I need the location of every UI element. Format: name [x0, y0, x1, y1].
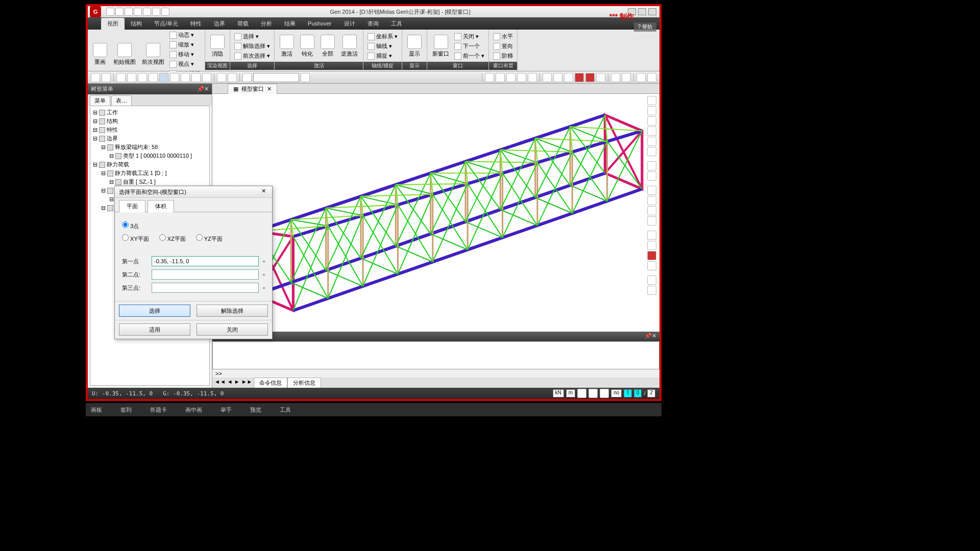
tree-node[interactable]: ⊟静力荷载工况 1 [D ; ] [92, 169, 207, 178]
dialog-title[interactable]: 选择平面和空间-(模型窗口) ✕ [115, 186, 272, 198]
ribbon-前次选择 ▾[interactable]: 前次选择 ▾ [233, 52, 271, 60]
radio-yz[interactable]: YZ平面 [196, 234, 223, 243]
tree-close-icon[interactable]: ✕ [204, 86, 209, 92]
ribbon-显示[interactable]: 显示 [405, 33, 424, 60]
select-volume-icon[interactable] [170, 73, 179, 82]
ribbon-选择 ▾[interactable]: 选择 ▾ [233, 32, 271, 41]
help-link[interactable]: ? 帮助 [634, 22, 656, 32]
tab-volume[interactable]: 体积 [148, 200, 174, 212]
tree-node[interactable]: ⊟类型 1 [ 0000110 0000110 ] [92, 152, 207, 160]
shrink-icon[interactable] [647, 231, 656, 240]
query-icon[interactable] [647, 286, 656, 295]
mdi-tab-close-icon[interactable]: ✕ [267, 86, 272, 92]
snap-mid-icon[interactable] [506, 73, 516, 82]
menu-分析[interactable]: 分析 [255, 18, 278, 30]
select-plane-icon[interactable] [159, 73, 168, 82]
tree-node[interactable]: ⊟释放梁端约束: 58 [92, 143, 207, 152]
bottom-tab-举手[interactable]: 举手 [220, 406, 232, 414]
ribbon-前一个 ▾[interactable]: 前一个 ▾ [453, 52, 485, 60]
zoom-fit-icon[interactable] [647, 96, 656, 105]
ribbon-捕捉 ▾[interactable]: 捕捉 ▾ [366, 52, 399, 60]
zoom-prev-icon[interactable] [647, 147, 656, 156]
ribbon-竖向[interactable]: 竖向 [492, 42, 514, 51]
cursor-icon[interactable] [242, 73, 252, 82]
tree-node[interactable]: ⊟特性 [92, 126, 207, 134]
ribbon-前次视图[interactable]: 前次视图 [140, 41, 166, 68]
tree-node[interactable]: ⊟自重 [ SZ,-1 ] [92, 178, 207, 186]
select-recent-icon[interactable] [228, 73, 237, 82]
ribbon-水平[interactable]: 水平 [492, 32, 514, 41]
ribbon-激活[interactable]: 激活 [278, 33, 296, 60]
zoom-window-icon[interactable] [647, 106, 656, 115]
display-opt-icon[interactable] [647, 276, 656, 285]
snap-combo[interactable]: no [611, 389, 622, 397]
tree-pin-icon[interactable]: 📌 [197, 86, 204, 92]
snap-int-icon[interactable] [528, 73, 537, 82]
ribbon-全部[interactable]: 全部 [318, 33, 337, 60]
tab-plane[interactable]: 平面 [119, 200, 145, 212]
ribbon-缩放 ▾[interactable]: 缩放 ▾ [168, 40, 202, 49]
tree-tab-表…[interactable]: 表… [111, 95, 132, 106]
tree-node[interactable]: ⊟边界 [92, 134, 207, 143]
view-top2-icon[interactable] [647, 186, 656, 195]
ribbon-视点 ▾[interactable]: 视点 ▾ [168, 60, 202, 68]
menu-边界[interactable]: 边界 [208, 18, 231, 30]
unit-force-combo[interactable]: kN [553, 389, 564, 397]
snap-node-icon[interactable] [485, 73, 494, 82]
tree-node[interactable]: ⊟结构 [92, 117, 207, 126]
menu-设计[interactable]: 设计 [338, 18, 361, 30]
input-point1[interactable] [152, 256, 259, 266]
qat-open-icon[interactable] [115, 8, 124, 16]
val3[interactable]: 2 [647, 389, 655, 397]
ribbon-消隐[interactable]: 消隐 [208, 33, 227, 60]
bottom-tab-工具[interactable]: 工具 [280, 406, 291, 414]
maximize-button[interactable] [638, 8, 646, 15]
select-window-icon[interactable] [127, 73, 136, 82]
ribbon-关闭 ▾[interactable]: 关闭 ▾ [453, 32, 485, 41]
snap-perp-icon[interactable] [517, 73, 526, 82]
select-intersect-icon[interactable] [149, 73, 158, 82]
bottom-tab-画板[interactable]: 画板 [91, 406, 102, 414]
snap-elem-icon[interactable] [496, 73, 505, 82]
radio-xy[interactable]: XY平面 [122, 234, 149, 243]
tree-tab-菜单[interactable]: 菜单 [90, 95, 110, 106]
menu-特性[interactable]: 特性 [184, 18, 208, 30]
info-body[interactable] [212, 341, 659, 369]
tab-analysis-info[interactable]: 分析信息 [287, 378, 321, 388]
qat-undo-icon[interactable] [134, 8, 142, 16]
ribbon-初始视图[interactable]: 初始视图 [111, 41, 138, 68]
status-icon2[interactable] [589, 389, 598, 398]
input-point2[interactable] [152, 269, 259, 280]
perspective-icon[interactable] [647, 241, 656, 250]
view-iso2-icon[interactable] [647, 216, 656, 226]
label-node-icon[interactable] [611, 73, 620, 82]
show-hidden-icon[interactable] [636, 73, 646, 82]
model-canvas[interactable] [212, 94, 659, 332]
grid-icon[interactable] [543, 73, 552, 82]
ribbon-坐标系 ▾[interactable]: 坐标系 ▾ [366, 32, 399, 41]
rotate-icon[interactable] [647, 171, 656, 181]
pick-point1-icon[interactable]: ▫ [263, 258, 265, 264]
val1[interactable]: 1 [624, 389, 632, 397]
filter-icon[interactable] [301, 73, 310, 82]
ribbon-下一个[interactable]: 下一个 [453, 42, 485, 51]
unselect-button[interactable]: 解除选择 [197, 305, 268, 317]
ribbon-轴线 ▾[interactable]: 轴线 ▾ [366, 42, 399, 51]
select-filter-combo[interactable] [253, 73, 299, 82]
view-front2-icon[interactable] [647, 196, 656, 205]
select-poly-icon[interactable] [138, 73, 147, 82]
close-button[interactable] [648, 8, 656, 15]
qat-redo-icon[interactable] [143, 8, 151, 16]
unit-length-combo[interactable]: m [566, 389, 575, 397]
lock-icon[interactable] [647, 73, 656, 82]
view-left-icon[interactable] [596, 73, 605, 82]
info-pin-icon[interactable]: 📌 [645, 333, 652, 340]
radio-xz[interactable]: XZ平面 [159, 234, 186, 243]
ribbon-阶梯[interactable]: 阶梯 [492, 52, 514, 60]
close-dialog-button[interactable]: 关闭 [197, 323, 268, 336]
render-icon[interactable] [647, 261, 656, 270]
menu-节点/单元[interactable]: 节点/单元 [148, 18, 184, 30]
ribbon-钝化[interactable]: 钝化 [298, 33, 316, 60]
radio-3point[interactable]: 3点 [122, 221, 139, 230]
hidden-icon[interactable] [647, 251, 656, 260]
